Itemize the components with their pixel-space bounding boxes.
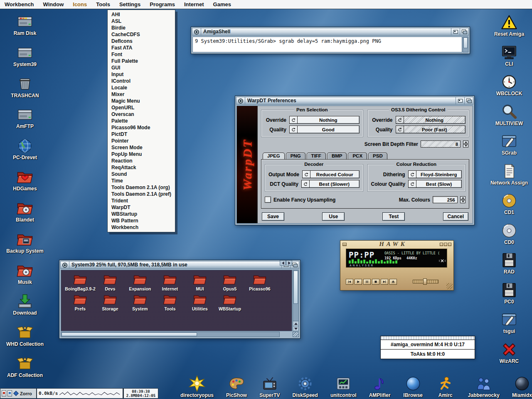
shell-scrollbar[interactable] [463, 37, 468, 52]
desktop-icon[interactable]: RAD [500, 252, 519, 275]
folder-item[interactable]: Devs [95, 273, 125, 291]
stop-icon[interactable] [372, 279, 379, 285]
desktop-icon[interactable]: unitcontrol [330, 375, 357, 398]
desktop-icon[interactable]: CLI [500, 44, 519, 67]
save-button[interactable]: Save [262, 212, 284, 221]
settings-menu-item[interactable]: Time [108, 177, 175, 184]
folder-item[interactable]: Expansion [125, 273, 155, 291]
settings-menu-item[interactable]: OpenURL [108, 104, 175, 111]
desktop-icon[interactable]: Network Assign [490, 163, 528, 186]
scroll-down-arrow[interactable] [293, 326, 298, 331]
settings-menu-item[interactable]: Overscan [108, 111, 175, 118]
bit-depth-spinner[interactable] [463, 140, 468, 148]
scrollbar-thumb[interactable] [62, 332, 197, 336]
irc-titlebar[interactable] [381, 336, 475, 340]
settings-menu-item[interactable]: IControl [108, 78, 175, 84]
desktop-icon[interactable]: Download [13, 293, 37, 316]
desktop-icon[interactable]: DiskSpeed [293, 375, 318, 398]
test-button[interactable]: Test [382, 212, 405, 221]
settings-menu-item[interactable]: Input [108, 71, 175, 78]
settings-menu-item[interactable]: WBStartup [108, 211, 175, 217]
desktop-icon[interactable]: IBrowse [403, 375, 423, 398]
player-menu-icon[interactable] [342, 243, 347, 246]
settings-menu-item[interactable]: Workbench [108, 224, 175, 231]
folder-item[interactable]: Storage [95, 293, 125, 311]
settings-menu-item[interactable]: CacheCDFS [108, 31, 175, 38]
iconify-button[interactable] [456, 97, 464, 104]
desktop-icon[interactable]: Musik [15, 262, 34, 285]
scroll-up-arrow[interactable] [293, 321, 298, 326]
desktop-icon[interactable]: Jabberwocky [468, 375, 500, 398]
menubar-item[interactable]: Settings [115, 0, 145, 9]
close-button[interactable] [192, 28, 201, 35]
settings-menu-item[interactable]: Reaction [108, 158, 175, 164]
settings-menu-item[interactable]: DefIcons [108, 38, 175, 44]
folder-item[interactable]: System [125, 293, 155, 311]
desktop-icon[interactable]: ADF Collection [7, 355, 43, 378]
format-tab[interactable]: BMP [327, 153, 347, 159]
desktop-icon[interactable]: Blandet [15, 200, 34, 223]
folder-item[interactable]: Utilities [185, 293, 215, 311]
settings-menu-item[interactable]: Trident [108, 197, 175, 204]
format-tab[interactable]: PCX [348, 153, 367, 159]
player-minimize-button[interactable] [440, 243, 443, 246]
desktop-icon[interactable]: tsgui [500, 311, 519, 334]
cancel-button[interactable]: Cancel [443, 212, 468, 221]
folder-item[interactable]: MUI [185, 273, 215, 291]
slider-knob[interactable] [423, 278, 427, 285]
pen-quality-cycle[interactable]: Good [289, 126, 360, 133]
pause-icon[interactable] [363, 279, 371, 285]
indicator-button[interactable] [2, 390, 6, 397]
depth-button[interactable] [464, 97, 473, 104]
resize-grip[interactable] [446, 283, 453, 289]
resize-gadget[interactable] [293, 332, 299, 337]
settings-menu-item[interactable]: Tools Daemon 2.1A (org) [108, 184, 175, 191]
depth-button[interactable] [460, 28, 468, 35]
folder-item[interactable]: Tools [155, 293, 185, 311]
desktop-icon[interactable]: Ram Disk [14, 13, 37, 36]
scroll-right-arrow[interactable] [286, 260, 292, 266]
settings-menu-item[interactable]: Sound [108, 171, 175, 177]
dithering-cycle[interactable]: Floyd-Steinberg [408, 170, 462, 178]
system39-titlebar[interactable]: System39 25% full, 970,5MB free, 318,5MB… [60, 261, 299, 269]
desktop-icon[interactable]: Amirc [436, 375, 456, 398]
eject-icon[interactable] [389, 279, 397, 285]
desktop-icon[interactable]: WizARC [500, 341, 519, 364]
colour-quality-cycle[interactable]: Best (Slow) [408, 180, 462, 188]
scrollbar-thumb[interactable] [293, 271, 298, 304]
settings-menu-item[interactable]: Tools Daemon 2.1A (pref) [108, 191, 175, 197]
close-button[interactable] [236, 97, 245, 104]
desktop-icon[interactable]: Miamidx [512, 375, 532, 398]
dct-quality-cycle[interactable]: Best (Slower) [301, 180, 360, 188]
desktop-icon[interactable]: HDGames [13, 169, 37, 192]
settings-menu-item[interactable]: Picasso96 Mode [108, 124, 175, 131]
menubar-item[interactable]: Window [39, 0, 69, 9]
desktop-icon[interactable]: SGrab [500, 133, 519, 156]
menubar-item[interactable]: Programs [145, 0, 180, 9]
shell-output[interactable]: 9 System39:Utilities/SGrab> sgrab delay=… [192, 37, 462, 52]
vertical-scrollbar[interactable] [293, 270, 299, 331]
settings-menu-item[interactable]: Screen Mode [108, 144, 175, 151]
indicator-button[interactable] [7, 390, 12, 397]
menubar-item[interactable]: Internet [180, 0, 209, 9]
settings-menu-item[interactable]: PopUp Menu [108, 151, 175, 158]
settings-menu-item[interactable]: Locale [108, 84, 175, 91]
menubar-item[interactable]: Games [209, 0, 236, 9]
settings-menu-item[interactable]: Fast ATA [108, 44, 175, 51]
settings-menu-item[interactable]: Full Palette [108, 58, 175, 64]
play-icon[interactable] [355, 279, 362, 285]
bit-depth-filter[interactable]: 8 [421, 140, 461, 148]
settings-menu-item[interactable]: ASL [108, 18, 175, 25]
folder-item[interactable]: BoingBag3.9-2 [65, 273, 95, 291]
desktop-icon[interactable]: CD1 [500, 192, 519, 215]
close-button[interactable] [61, 261, 69, 268]
scroll-left-arrow[interactable] [280, 260, 286, 266]
desktop-icon[interactable]: SuperTV [259, 375, 280, 398]
dither-quality-cycle[interactable]: Poor (Fast) [396, 126, 466, 133]
desktop-icon[interactable]: PC-Drevet [13, 138, 37, 160]
scrollbar-thumb[interactable] [463, 37, 468, 48]
output-mode-cycle[interactable]: Reduced Colour [302, 170, 360, 178]
settings-menu-item[interactable]: ReqAttack [108, 164, 175, 171]
dither-override-cycle[interactable]: Nothing [396, 116, 466, 124]
settings-menu-item[interactable]: Pointer [108, 138, 175, 144]
